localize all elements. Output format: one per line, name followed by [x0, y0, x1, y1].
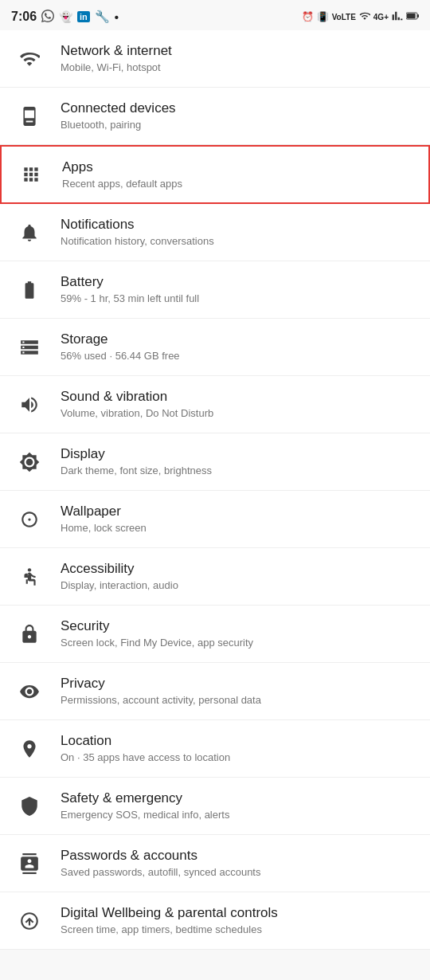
- settings-item-location[interactable]: Location On · 35 apps have access to loc…: [0, 720, 430, 778]
- battery-title: Battery: [61, 273, 417, 291]
- accessibility-icon: [13, 560, 46, 594]
- volte-icon: VoLTE: [332, 13, 356, 22]
- notifications-subtitle: Notification history, conversations: [61, 235, 417, 249]
- apps-subtitle: Recent apps, default apps: [62, 178, 416, 191]
- security-icon: [13, 617, 46, 651]
- security-subtitle: Screen lock, Find My Device, app securit…: [61, 637, 417, 650]
- svg-rect-2: [407, 14, 416, 18]
- settings-item-sound[interactable]: Sound & vibration Volume, vibration, Do …: [0, 376, 430, 433]
- storage-text: Storage 56% used · 56.44 GB free: [61, 331, 417, 363]
- passwords-text: Passwords & accounts Saved passwords, au…: [61, 847, 417, 880]
- wellbeing-icon: [13, 904, 46, 938]
- settings-item-safety[interactable]: Safety & emergency Emergency SOS, medica…: [0, 778, 430, 835]
- privacy-text: Privacy Permissions, account activity, p…: [61, 675, 417, 708]
- settings-item-accessibility[interactable]: Accessibility Display, interaction, audi…: [0, 548, 430, 606]
- network-icon: [13, 42, 46, 76]
- settings-list: Network & internet Mobile, Wi-Fi, hotspo…: [0, 30, 430, 950]
- whatsapp-icon: [41, 10, 54, 25]
- sound-title: Sound & vibration: [61, 388, 417, 406]
- snapchat-icon: 👻: [59, 10, 72, 23]
- settings-item-storage[interactable]: Storage 56% used · 56.44 GB free: [0, 319, 430, 376]
- notifications-icon: [13, 216, 46, 249]
- security-text: Security Screen lock, Find My Device, ap…: [61, 617, 417, 650]
- status-bar: 7:06 👻 in 🔧 • ⏰ 📳 VoLTE 4G+: [0, 0, 430, 30]
- accessibility-title: Accessibility: [61, 560, 417, 578]
- wellbeing-subtitle: Screen time, app timers, bedtime schedul…: [61, 923, 417, 937]
- storage-subtitle: 56% used · 56.44 GB free: [61, 350, 417, 363]
- safety-title: Safety & emergency: [61, 790, 417, 807]
- settings-item-display[interactable]: Display Dark theme, font size, brightnes…: [0, 433, 430, 491]
- notifications-text: Notifications Notification history, conv…: [61, 216, 417, 249]
- network-4g-icon: 4G+: [373, 13, 389, 22]
- alarm-icon: ⏰: [302, 11, 314, 22]
- settings-item-wallpaper[interactable]: Wallpaper Home, lock screen: [0, 491, 430, 548]
- safety-icon: [13, 790, 46, 823]
- network-title: Network & internet: [61, 42, 417, 60]
- safety-text: Safety & emergency Emergency SOS, medica…: [61, 790, 417, 822]
- display-icon: [13, 445, 46, 479]
- sound-text: Sound & vibration Volume, vibration, Do …: [61, 388, 417, 421]
- accessibility-subtitle: Display, interaction, audio: [61, 579, 417, 593]
- passwords-title: Passwords & accounts: [61, 847, 417, 864]
- location-subtitle: On · 35 apps have access to location: [61, 751, 417, 765]
- passwords-subtitle: Saved passwords, autofill, synced accoun…: [61, 866, 417, 880]
- tools-icon: 🔧: [95, 10, 110, 24]
- dot-icon: •: [115, 10, 119, 24]
- passwords-icon: [13, 847, 46, 880]
- display-title: Display: [61, 445, 417, 463]
- linkedin-icon: in: [77, 11, 90, 22]
- notifications-title: Notifications: [61, 216, 417, 233]
- battery-settings-icon: [13, 273, 46, 307]
- settings-item-connected-devices[interactable]: Connected devices Bluetooth, pairing: [0, 88, 430, 145]
- status-right: ⏰ 📳 VoLTE 4G+: [302, 10, 419, 24]
- connected-devices-title: Connected devices: [61, 100, 417, 117]
- settings-item-security[interactable]: Security Screen lock, Find My Device, ap…: [0, 606, 430, 663]
- time: 7:06: [11, 10, 37, 24]
- network-text: Network & internet Mobile, Wi-Fi, hotspo…: [61, 42, 417, 75]
- apps-title: Apps: [62, 159, 416, 176]
- signal-icon: [392, 10, 403, 24]
- vibrate-icon: 📳: [317, 11, 329, 22]
- battery-subtitle: 59% - 1 hr, 53 min left until full: [61, 292, 417, 306]
- wellbeing-title: Digital Wellbeing & parental controls: [61, 904, 417, 922]
- wifi-status-icon: [359, 10, 370, 24]
- settings-item-notifications[interactable]: Notifications Notification history, conv…: [0, 204, 430, 261]
- settings-item-wellbeing[interactable]: Digital Wellbeing & parental controls Sc…: [0, 892, 430, 950]
- svg-rect-1: [417, 14, 419, 18]
- location-text: Location On · 35 apps have access to loc…: [61, 732, 417, 765]
- sound-icon: [13, 388, 46, 421]
- display-text: Display Dark theme, font size, brightnes…: [61, 445, 417, 478]
- privacy-title: Privacy: [61, 675, 417, 692]
- settings-item-network[interactable]: Network & internet Mobile, Wi-Fi, hotspo…: [0, 30, 430, 88]
- sound-subtitle: Volume, vibration, Do Not Disturb: [61, 407, 417, 421]
- wellbeing-text: Digital Wellbeing & parental controls Sc…: [61, 904, 417, 937]
- apps-icon: [14, 158, 48, 191]
- wallpaper-subtitle: Home, lock screen: [61, 522, 417, 535]
- safety-subtitle: Emergency SOS, medical info, alerts: [61, 809, 417, 822]
- accessibility-text: Accessibility Display, interaction, audi…: [61, 560, 417, 593]
- security-title: Security: [61, 617, 417, 635]
- location-title: Location: [61, 732, 417, 750]
- apps-text: Apps Recent apps, default apps: [62, 159, 416, 191]
- connected-devices-text: Connected devices Bluetooth, pairing: [61, 100, 417, 132]
- storage-title: Storage: [61, 331, 417, 348]
- settings-item-passwords[interactable]: Passwords & accounts Saved passwords, au…: [0, 835, 430, 892]
- wallpaper-text: Wallpaper Home, lock screen: [61, 503, 417, 535]
- wallpaper-icon: [13, 503, 46, 536]
- settings-item-battery[interactable]: Battery 59% - 1 hr, 53 min left until fu…: [0, 261, 430, 319]
- settings-item-apps[interactable]: Apps Recent apps, default apps: [0, 145, 430, 204]
- connected-devices-icon: [13, 100, 46, 133]
- network-subtitle: Mobile, Wi-Fi, hotspot: [61, 61, 417, 75]
- display-subtitle: Dark theme, font size, brightness: [61, 465, 417, 478]
- location-icon: [13, 732, 46, 766]
- settings-item-privacy[interactable]: Privacy Permissions, account activity, p…: [0, 663, 430, 720]
- svg-point-3: [28, 568, 31, 571]
- status-left: 7:06 👻 in 🔧 •: [11, 10, 119, 25]
- battery-icon: [406, 10, 419, 24]
- battery-text: Battery 59% - 1 hr, 53 min left until fu…: [61, 273, 417, 306]
- wallpaper-title: Wallpaper: [61, 503, 417, 520]
- connected-devices-subtitle: Bluetooth, pairing: [61, 119, 417, 132]
- privacy-subtitle: Permissions, account activity, personal …: [61, 694, 417, 708]
- storage-icon: [13, 331, 46, 364]
- privacy-icon: [13, 675, 46, 708]
